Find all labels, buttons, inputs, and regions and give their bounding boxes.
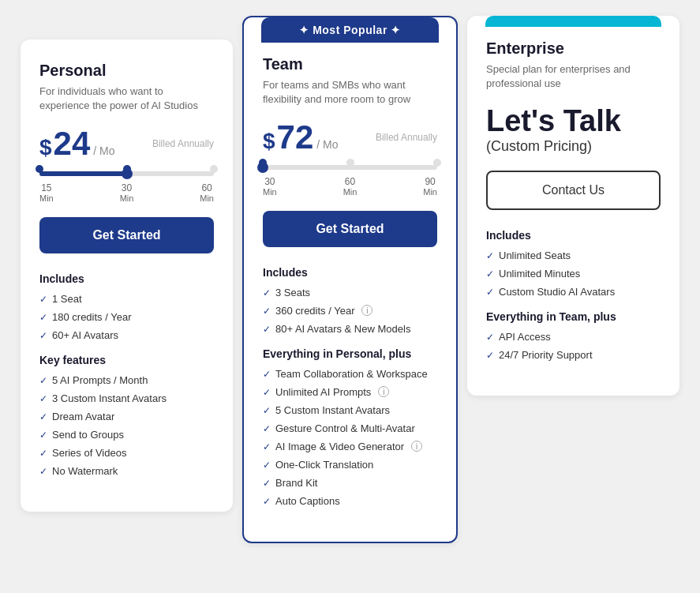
personal-slider[interactable]: 15Min 30Min 60Min — [39, 171, 214, 203]
enterprise-banner — [485, 16, 661, 27]
team-plan-name: Team — [263, 55, 437, 73]
team-dot-1 — [259, 159, 267, 167]
list-item: ✓ Gesture Control & Multi-Avatar — [263, 422, 437, 434]
personal-label-15: 15Min — [39, 182, 54, 203]
check-icon: ✓ — [263, 478, 271, 489]
personal-price-dollar: $ — [39, 135, 52, 160]
check-icon: ✓ — [39, 393, 47, 404]
team-dot-2 — [346, 159, 354, 167]
team-billed-annually: Billed Annually — [376, 132, 437, 143]
most-popular-banner: ✦ Most Popular ✦ — [261, 17, 439, 43]
info-icon[interactable]: i — [411, 441, 422, 452]
check-icon: ✓ — [486, 287, 494, 298]
enterprise-features-list: ✓ API Access ✓ 24/7 Priority Support — [486, 331, 661, 361]
list-item: ✓ 5 AI Prompts / Month — [39, 374, 214, 386]
check-icon: ✓ — [486, 268, 494, 280]
personal-slider-labels: 15Min 30Min 60Min — [39, 182, 214, 203]
team-label-60: 60Min — [343, 176, 357, 197]
team-price-period: / Mo — [316, 138, 338, 151]
team-includes-title: Includes — [263, 266, 437, 279]
personal-price-period: / Mo — [93, 144, 114, 157]
list-item: ✓ AI Image & Video Generator i — [263, 441, 437, 452]
personal-price-amount: 24 — [54, 127, 91, 160]
enterprise-everything-title: Everything in Team, plus — [486, 310, 661, 323]
info-icon[interactable]: i — [378, 386, 389, 397]
info-icon[interactable]: i — [361, 305, 372, 316]
check-icon: ✓ — [39, 330, 47, 341]
check-icon: ✓ — [39, 312, 47, 323]
personal-dot-3 — [210, 165, 218, 173]
check-icon: ✓ — [263, 287, 271, 298]
check-icon: ✓ — [486, 250, 494, 261]
list-item: ✓ No Watermark — [39, 465, 214, 477]
enterprise-includes-list: ✓ Unlimited Seats ✓ Unlimited Minutes ✓ … — [486, 250, 661, 298]
personal-price-left: $ 24 / Mo — [39, 127, 115, 160]
personal-label-30: 30Min — [120, 182, 134, 203]
check-icon: ✓ — [263, 387, 271, 398]
personal-slider-track — [39, 171, 214, 176]
team-label-90: 90Min — [423, 176, 437, 197]
team-dot-3 — [433, 159, 441, 167]
team-price-row: $ 72 / Mo Billed Annually — [263, 121, 437, 154]
personal-features-title: Key features — [39, 354, 214, 366]
check-icon: ✓ — [39, 294, 47, 305]
list-item: ✓ One-Click Translation — [263, 459, 437, 471]
enterprise-contact-us-button[interactable]: Contact Us — [486, 171, 661, 210]
check-icon: ✓ — [263, 324, 271, 335]
list-item: ✓ API Access — [486, 331, 661, 343]
team-label-30: 30Min — [263, 176, 277, 197]
pricing-container: Personal For individuals who want to exp… — [16, 16, 684, 543]
list-item: ✓ Unlimited Minutes — [486, 268, 661, 280]
team-features-list: ✓ Team Collaboration & Workspace ✓ Unlim… — [263, 368, 437, 507]
personal-dot-1 — [36, 165, 43, 173]
enterprise-custom-pricing: (Custom Pricing) — [486, 138, 661, 155]
check-icon: ✓ — [39, 430, 47, 441]
team-price-dollar: $ — [263, 129, 275, 154]
check-icon: ✓ — [263, 496, 271, 507]
list-item: ✓ Send to Groups — [39, 429, 214, 441]
list-item: ✓ 24/7 Priority Support — [486, 349, 661, 361]
list-item: ✓ 3 Custom Instant Avatars — [39, 392, 214, 404]
team-plan-card: ✦ Most Popular ✦ Team For teams and SMBs… — [242, 16, 458, 543]
list-item: ✓ Custom Studio AI Avatars — [486, 286, 661, 298]
check-icon: ✓ — [263, 460, 271, 471]
list-item: ✓ Brand Kit — [263, 477, 437, 489]
team-slider-track — [263, 165, 437, 170]
check-icon: ✓ — [263, 369, 271, 380]
enterprise-plan-name: Enterprise — [486, 39, 661, 58]
personal-includes-list: ✓ 1 Seat ✓ 180 credits / Year ✓ 60+ AI A… — [39, 293, 214, 341]
check-icon: ✓ — [39, 466, 47, 477]
enterprise-lets-talk: Let's Talk — [486, 105, 661, 138]
team-slider[interactable]: 30Min 60Min 90Min — [263, 165, 437, 197]
list-item: ✓ 1 Seat — [39, 293, 214, 305]
personal-plan-name: Personal — [39, 62, 214, 80]
enterprise-plan-description: Special plan for enterprises and profess… — [486, 62, 661, 91]
check-icon: ✓ — [486, 332, 494, 343]
personal-dot-2 — [123, 165, 131, 173]
personal-includes-title: Includes — [39, 272, 214, 285]
personal-slider-fill — [39, 171, 127, 176]
check-icon: ✓ — [263, 405, 271, 416]
personal-plan-card: Personal For individuals who want to exp… — [21, 39, 233, 512]
list-item: ✓ Auto Captions — [263, 495, 437, 507]
personal-label-60: 60Min — [200, 182, 214, 203]
enterprise-lets-talk-section: Let's Talk (Custom Pricing) — [486, 105, 661, 155]
list-item: ✓ Unlimited Seats — [486, 250, 661, 261]
list-item: ✓ 360 credits / Year i — [263, 305, 437, 317]
personal-billed-annually: Billed Annually — [152, 138, 214, 149]
enterprise-includes-title: Includes — [486, 229, 661, 242]
check-icon: ✓ — [263, 441, 271, 452]
list-item: ✓ 3 Seats — [263, 287, 437, 298]
check-icon: ✓ — [39, 448, 47, 459]
check-icon: ✓ — [263, 423, 271, 434]
team-get-started-button[interactable]: Get Started — [263, 211, 437, 247]
personal-price-row: $ 24 / Mo Billed Annually — [39, 127, 214, 160]
personal-get-started-button[interactable]: Get Started — [39, 217, 214, 253]
personal-features-list: ✓ 5 AI Prompts / Month ✓ 3 Custom Instan… — [39, 374, 214, 477]
list-item: ✓ Team Collaboration & Workspace — [263, 368, 437, 380]
list-item: ✓ Unlimited AI Prompts i — [263, 386, 437, 398]
list-item: ✓ 180 credits / Year — [39, 311, 214, 323]
check-icon: ✓ — [39, 411, 47, 422]
team-includes-list: ✓ 3 Seats ✓ 360 credits / Year i ✓ 80+ A… — [263, 287, 437, 335]
list-item: ✓ 80+ AI Avatars & New Models — [263, 323, 437, 335]
